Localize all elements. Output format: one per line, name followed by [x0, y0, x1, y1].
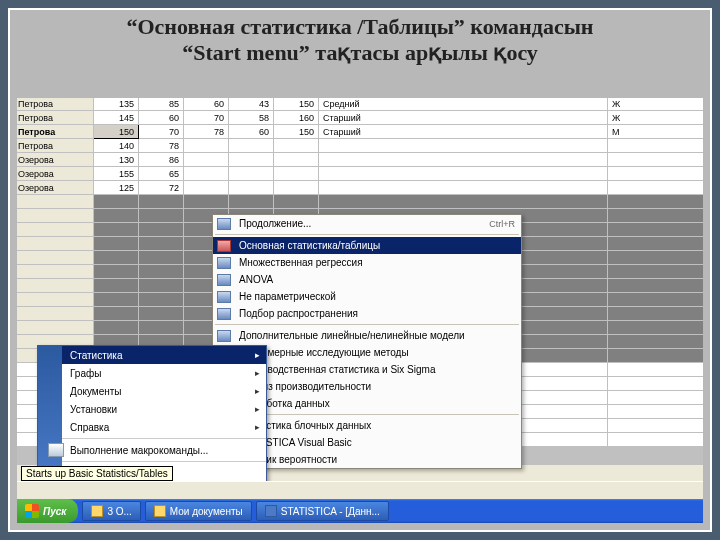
data-cell[interactable] [139, 321, 184, 335]
menu-item[interactable]: Не параметрической [213, 288, 521, 305]
data-cell[interactable]: 43 [229, 98, 274, 111]
data-cell[interactable] [608, 307, 703, 321]
data-cell[interactable] [608, 223, 703, 237]
data-cell[interactable] [139, 251, 184, 265]
data-cell[interactable] [94, 209, 139, 223]
data-cell[interactable]: 65 [139, 167, 184, 181]
menu-item[interactable]: ANOVA [213, 271, 521, 288]
data-cell[interactable] [139, 265, 184, 279]
data-cell[interactable]: 78 [139, 139, 184, 153]
data-cell[interactable] [229, 153, 274, 167]
data-cell[interactable] [608, 181, 703, 195]
data-cell[interactable]: 72 [139, 181, 184, 195]
data-cell[interactable] [608, 195, 703, 209]
data-cell[interactable]: М [608, 125, 703, 139]
data-cell[interactable] [274, 167, 319, 181]
row-header-cell[interactable]: Петрова [17, 139, 94, 153]
data-cell[interactable] [608, 335, 703, 349]
data-cell[interactable] [608, 139, 703, 153]
start-menu-item[interactable]: Графы▸ [62, 364, 266, 382]
data-cell[interactable] [17, 307, 94, 321]
data-cell[interactable]: 125 [94, 181, 139, 195]
start-button[interactable]: Пуск [17, 499, 78, 523]
data-cell[interactable] [94, 223, 139, 237]
data-cell[interactable] [608, 377, 703, 391]
data-cell[interactable] [608, 433, 703, 447]
data-cell[interactable] [608, 279, 703, 293]
data-cell[interactable] [139, 195, 184, 209]
data-cell[interactable] [94, 321, 139, 335]
data-cell[interactable] [608, 237, 703, 251]
data-cell[interactable] [139, 237, 184, 251]
data-cell[interactable] [274, 181, 319, 195]
data-cell[interactable] [184, 195, 229, 209]
data-cell[interactable]: 150 [274, 125, 319, 139]
data-cell[interactable]: 155 [94, 167, 139, 181]
row-header-cell[interactable]: Петрова [17, 98, 94, 111]
data-cell[interactable] [608, 405, 703, 419]
data-cell[interactable] [94, 279, 139, 293]
data-cell[interactable] [17, 209, 94, 223]
data-cell[interactable] [184, 167, 229, 181]
data-cell[interactable] [608, 391, 703, 405]
data-cell[interactable] [274, 195, 319, 209]
taskbar-button[interactable]: Мои документы [145, 501, 252, 521]
data-cell[interactable] [608, 251, 703, 265]
taskbar-button[interactable]: 3 O... [82, 501, 140, 521]
data-cell[interactable] [608, 293, 703, 307]
table-row[interactable]: Петрова14078 [17, 139, 703, 153]
data-cell[interactable] [319, 195, 608, 209]
data-cell[interactable] [608, 363, 703, 377]
data-cell[interactable]: 70 [184, 111, 229, 125]
data-cell[interactable] [229, 167, 274, 181]
menu-item-continue[interactable]: Продолжение... Ctrl+R [213, 215, 521, 232]
data-cell[interactable] [94, 307, 139, 321]
data-cell[interactable] [94, 237, 139, 251]
data-cell[interactable] [608, 167, 703, 181]
data-cell[interactable]: 160 [274, 111, 319, 125]
data-cell[interactable] [94, 195, 139, 209]
data-cell[interactable]: Старший [319, 125, 608, 139]
data-cell[interactable]: 60 [184, 98, 229, 111]
data-cell[interactable] [229, 181, 274, 195]
data-cell[interactable]: 85 [139, 98, 184, 111]
data-cell[interactable] [94, 265, 139, 279]
data-cell[interactable] [608, 419, 703, 433]
data-cell[interactable]: Ж [608, 111, 703, 125]
data-cell[interactable] [608, 209, 703, 223]
data-cell[interactable] [229, 139, 274, 153]
start-menu-item[interactable]: Установки▸ [62, 400, 266, 418]
data-cell[interactable]: 78 [184, 125, 229, 139]
table-row[interactable]: Петрова150707860150СтаршийМ [17, 125, 703, 139]
data-cell[interactable]: 70 [139, 125, 184, 139]
data-cell[interactable] [94, 293, 139, 307]
data-cell[interactable]: 135 [94, 98, 139, 111]
data-cell[interactable] [17, 293, 94, 307]
row-header-cell[interactable]: Озерова [17, 167, 94, 181]
data-cell[interactable]: 60 [229, 125, 274, 139]
data-cell[interactable]: 86 [139, 153, 184, 167]
row-header-cell[interactable]: Озерова [17, 181, 94, 195]
data-cell[interactable] [139, 293, 184, 307]
data-cell[interactable] [319, 139, 608, 153]
data-cell[interactable]: 130 [94, 153, 139, 167]
data-cell[interactable] [94, 251, 139, 265]
menu-item[interactable]: Множественная регрессия [213, 254, 521, 271]
data-cell[interactable] [274, 139, 319, 153]
data-cell[interactable] [608, 321, 703, 335]
data-cell[interactable] [608, 153, 703, 167]
start-menu-item[interactable]: Статистика▸ [62, 346, 266, 364]
data-cell[interactable] [608, 265, 703, 279]
row-header-cell[interactable]: Петрова [17, 111, 94, 125]
data-cell[interactable]: 60 [139, 111, 184, 125]
windows-taskbar[interactable]: Пуск 3 O... Мои документы STATISTICA - [… [17, 499, 703, 523]
data-cell[interactable] [17, 237, 94, 251]
menu-item[interactable]: Подбор распространения [213, 305, 521, 322]
table-row[interactable] [17, 195, 703, 209]
menu-item[interactable]: Дополнительные линейные/нелинейные модел… [213, 327, 521, 344]
table-row[interactable]: Озерова15565 [17, 167, 703, 181]
data-cell[interactable] [229, 195, 274, 209]
table-row[interactable]: Петрова145607058160СтаршийЖ [17, 111, 703, 125]
data-cell[interactable]: 145 [94, 111, 139, 125]
data-cell[interactable] [17, 321, 94, 335]
